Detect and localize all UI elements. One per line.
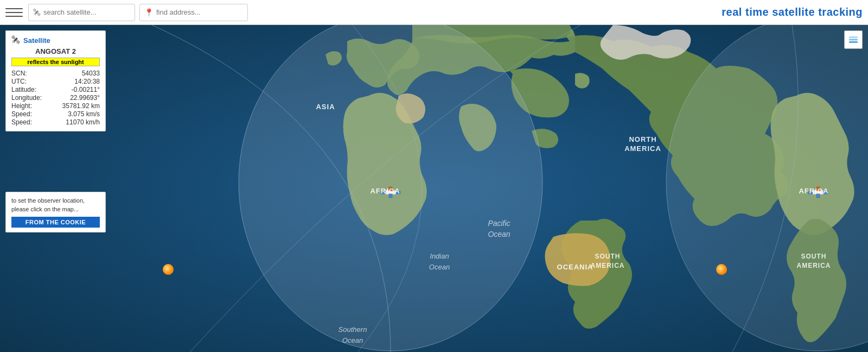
svg-rect-34	[849, 39, 858, 41]
satellite-field-label: Height:	[11, 102, 32, 110]
satellite-field-value: -0.00211°	[72, 86, 100, 93]
menu-button[interactable]	[5, 4, 23, 21]
satellite-field-row: Speed:11070 km/h	[11, 118, 100, 126]
satellite-search-box: 🛰	[28, 4, 135, 21]
satellite-field-value: 11070 km/h	[66, 118, 100, 126]
svg-point-15	[716, 264, 727, 275]
svg-text:NORTH: NORTH	[629, 135, 656, 143]
svg-text:Indian: Indian	[430, 252, 449, 260]
satellite-field-label: Latitude:	[11, 86, 36, 93]
svg-rect-35	[849, 36, 858, 38]
satellite-panel-header: 🛰 Satellite	[11, 35, 100, 45]
satellite-field-row: Speed:3.075 km/s	[11, 110, 100, 118]
svg-text:AFRICA: AFRICA	[370, 187, 400, 195]
address-search-input[interactable]	[156, 8, 243, 16]
satellite-field-value: 22.99693°	[70, 94, 100, 102]
observer-instruction-text: to set the observer location, please cli…	[11, 197, 100, 213]
satellite-field-row: Latitude:-0.00211°	[11, 86, 100, 93]
satellite-field-value: 3.075 km/s	[68, 110, 100, 118]
satellite-fields: SCN:54033UTC:14:20:38Latitude:-0.00211°L…	[11, 70, 100, 126]
header-bar: 🛰 📍 real time satellite tracking	[0, 0, 868, 25]
satellite-field-label: Speed:	[11, 118, 32, 126]
satellite-field-value: 35781.92 km	[62, 102, 100, 110]
satellite-search-input[interactable]	[43, 8, 130, 16]
svg-text:Ocean: Ocean	[488, 230, 510, 238]
svg-text:AMERICA: AMERICA	[797, 262, 831, 269]
svg-text:Ocean: Ocean	[429, 263, 450, 271]
address-search-box: 📍	[139, 4, 248, 21]
svg-text:Southern: Southern	[339, 325, 367, 334]
satellite-info-panel: 🛰 Satellite ANGOSAT 2 reflects the sunli…	[5, 30, 106, 131]
svg-text:AMERICA: AMERICA	[591, 262, 625, 269]
satellite-search-icon: 🛰	[33, 8, 41, 17]
satellite-field-row: SCN:54033	[11, 70, 100, 77]
map-container[interactable]: NORTH AMERICA SOUTH AMERICA SOUTH AMERIC…	[0, 25, 868, 352]
svg-text:AMERICA: AMERICA	[624, 144, 661, 153]
svg-rect-33	[849, 41, 858, 43]
svg-text:Pacific: Pacific	[488, 219, 510, 228]
from-cookie-button[interactable]: FROM THE COOKIE	[11, 217, 100, 228]
satellite-field-value: 54033	[82, 70, 100, 77]
satellite-field-row: Height:35781.92 km	[11, 102, 100, 110]
satellite-field-row: Longitude:22.99693°	[11, 94, 100, 102]
svg-text:OCEANIA: OCEANIA	[557, 263, 593, 271]
svg-text:ASIA: ASIA	[316, 103, 335, 111]
satellite-field-row: UTC:14:20:38	[11, 78, 100, 85]
satellite-name-value: ANGOSAT 2	[11, 47, 100, 55]
svg-text:AFRICA: AFRICA	[799, 187, 828, 195]
layers-icon	[847, 34, 859, 46]
svg-point-14	[163, 264, 174, 275]
satellite-field-label: UTC:	[11, 78, 27, 85]
observer-panel: to set the observer location, please cli…	[5, 192, 106, 232]
satellite-panel-icon: 🛰	[11, 35, 20, 45]
satellite-field-value: 14:20:38	[74, 78, 100, 85]
svg-text:SOUTH: SOUTH	[801, 253, 827, 260]
satellite-field-label: Longitude:	[11, 94, 42, 102]
app-title: real time satellite tracking	[722, 6, 863, 18]
layer-selector-button[interactable]	[844, 30, 863, 49]
satellite-label: Satellite	[23, 36, 50, 45]
sun-reflection-badge: reflects the sunlight	[11, 58, 100, 66]
satellite-field-label: SCN:	[11, 70, 27, 77]
world-map: NORTH AMERICA SOUTH AMERICA SOUTH AMERIC…	[0, 25, 868, 352]
svg-text:Ocean: Ocean	[342, 336, 363, 344]
address-search-icon: 📍	[144, 8, 154, 17]
satellite-field-label: Speed:	[11, 110, 32, 118]
svg-text:SOUTH: SOUTH	[595, 253, 621, 260]
